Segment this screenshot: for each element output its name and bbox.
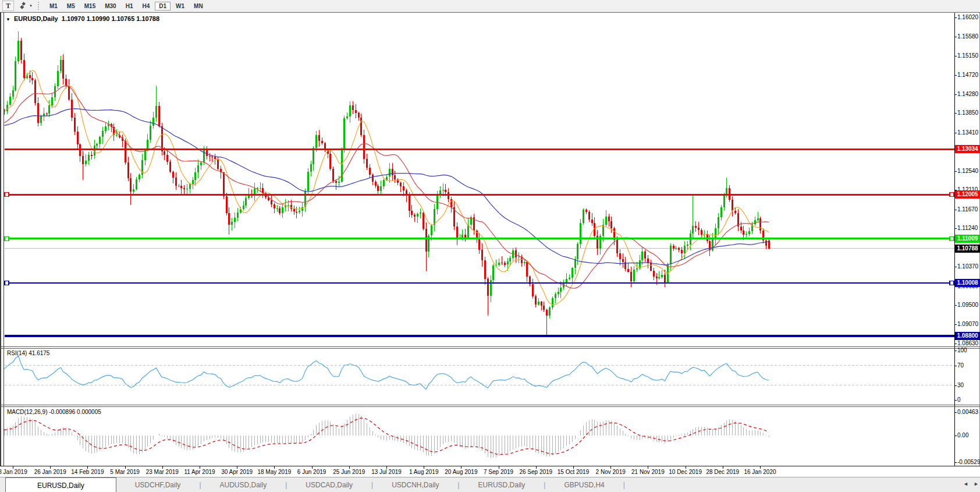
price-level-badge: 1.13034 — [955, 145, 980, 153]
rsi-indicator-label: RSI(14) 41.6175 — [7, 350, 49, 356]
toolbar-drag-handle[interactable] — [38, 2, 39, 10]
ohlc-open: 1.10970 — [62, 15, 85, 22]
timeframe-button-m30[interactable]: M30 — [101, 2, 120, 10]
price-axis-label: 1.11240 — [957, 225, 978, 232]
price-axis-tick — [954, 17, 957, 18]
price-axis-label: 1.11670 — [957, 206, 978, 213]
price-axis-label: 1.13850 — [957, 109, 978, 116]
chart-symbol-header: ▼EURUSD,Daily 1.10970 1.10990 1.10765 1.… — [6, 15, 159, 22]
price-axis-tick — [954, 133, 957, 133]
price-level-badge: 1.11009 — [955, 235, 980, 243]
price-axis-tick — [954, 210, 957, 210]
price-axis-label: 1.09500 — [957, 302, 978, 309]
arrows-tool-icon — [19, 2, 27, 10]
rsi-axis-tick — [954, 400, 957, 401]
timeframe-button-m15[interactable]: M15 — [80, 2, 100, 10]
macd-axis-tick — [954, 462, 957, 463]
rsi-axis-label: 70 — [957, 362, 964, 369]
chart-tab-usdcad-daily[interactable]: USDCAD,Daily — [287, 477, 371, 492]
trading-terminal: { "toolbar": { "text_tool_label": "T", "… — [0, 0, 980, 492]
chart-tab-gbpusd-h4[interactable]: GBPUSD,H4 — [545, 477, 623, 492]
hline-handle[interactable] — [5, 236, 9, 240]
ohlc-low: 1.10765 — [112, 15, 135, 22]
price-axis[interactable]: 1.160201.155801.151501.147201.142801.138… — [955, 13, 980, 466]
price-axis-tick — [954, 94, 957, 95]
tab-scroll-left-icon[interactable]: ◄ — [963, 481, 968, 487]
timeframe-button-m5[interactable]: M5 — [63, 2, 79, 10]
price-axis-tick — [954, 344, 957, 344]
price-axis-tick — [954, 75, 957, 76]
date-axis[interactable]: 8 Jan 201926 Jan 201914 Feb 20195 Mar 20… — [0, 466, 980, 476]
hline-handle[interactable] — [950, 193, 954, 197]
price-axis-tick — [954, 56, 957, 56]
price-axis-label: 1.14280 — [957, 91, 978, 98]
price-axis-tick — [954, 171, 957, 172]
price-level-badge: 1.10788 — [955, 245, 980, 253]
price-axis-label: 1.15150 — [957, 52, 978, 59]
price-axis-tick — [954, 37, 957, 37]
timeframe-button-h4[interactable]: H4 — [138, 2, 154, 10]
hline-handle[interactable] — [950, 281, 954, 285]
chart-tab-usdchf-daily[interactable]: USDCHF,Daily — [116, 477, 200, 492]
symbol-name: EURUSD,Daily — [14, 15, 58, 22]
ohlc-high: 1.10990 — [87, 15, 110, 22]
timeframe-button-m1[interactable]: M1 — [45, 2, 62, 10]
price-axis-label: 1.09070 — [957, 321, 978, 328]
price-axis-tick — [954, 228, 957, 229]
chart-tab-eurusd-daily[interactable]: EURUSD,Daily — [460, 477, 544, 492]
symbol-dropdown-icon[interactable]: ▼ — [6, 17, 10, 22]
rsi-axis-label: 100 — [957, 347, 967, 354]
price-axis-label: 1.13410 — [957, 129, 978, 136]
text-label-tool-button[interactable]: T — [2, 1, 14, 11]
tab-divider: | — [623, 477, 625, 492]
chart-tab-usdcnh-daily[interactable]: USDCNH,Daily — [373, 477, 457, 492]
timeframe-button-d1[interactable]: D1 — [155, 2, 171, 10]
price-axis-tick — [954, 324, 957, 325]
price-axis-tick — [954, 267, 957, 267]
rsi-canvas[interactable] — [4, 349, 954, 405]
rsi-axis-tick — [954, 351, 957, 351]
macd-axis-tick — [954, 436, 957, 436]
price-axis-label: 1.08630 — [957, 340, 978, 347]
chart-tab-bar: EURUSD,DailyUSDCHF,Daily|AUDUSD,Daily|US… — [0, 477, 980, 492]
price-axis-label: 1.15580 — [957, 33, 978, 40]
price-axis-label: 1.16020 — [957, 14, 978, 21]
price-axis-tick — [954, 305, 957, 306]
hline-handle[interactable] — [950, 236, 954, 240]
price-level-badge: 1.08800 — [955, 332, 980, 340]
tab-scroll-arrows: ◄► — [958, 481, 979, 487]
macd-axis-label: 0.00463 — [957, 409, 978, 416]
macd-axis-label: 0.00 — [957, 432, 968, 439]
toolbar: T ▼ M1M5M15M30H1H4D1W1MN — [0, 0, 980, 12]
rsi-axis-tick — [954, 385, 957, 386]
rsi-axis-tick — [954, 366, 957, 366]
timeframe-button-h1[interactable]: H1 — [122, 2, 137, 10]
tab-scroll-right-icon[interactable]: ► — [974, 481, 979, 487]
price-level-badge: 1.10008 — [955, 279, 980, 287]
price-axis-tick — [954, 113, 957, 114]
price-axis-label: 1.12540 — [957, 168, 978, 175]
price-axis-label: 1.10370 — [957, 263, 978, 270]
timeframe-button-mn[interactable]: MN — [190, 2, 207, 10]
macd-indicator-label: MACD(12,26,9) -0.000896 0.000005 — [7, 409, 101, 415]
date-axis-label: 16 Jan 2020 — [737, 469, 783, 475]
rsi-axis-label: 30 — [957, 382, 964, 389]
pane-separator[interactable] — [0, 405, 980, 405]
hline-handle[interactable] — [5, 281, 9, 285]
timeframe-group: M1M5M15M30H1H4D1W1MN — [45, 2, 208, 10]
timeframe-button-w1[interactable]: W1 — [172, 2, 189, 10]
pane-separator[interactable] — [0, 346, 980, 347]
chevron-down-icon: ▼ — [29, 4, 33, 8]
price-axis-label: 1.14720 — [957, 72, 978, 79]
macd-canvas[interactable] — [4, 407, 954, 466]
ohlc-close: 1.10788 — [136, 15, 159, 22]
chart-tab-audusd-daily[interactable]: AUDUSD,Daily — [201, 477, 286, 492]
rsi-axis-label: 0 — [957, 397, 961, 403]
hline-handle[interactable] — [5, 193, 9, 197]
chart-tab-eurusd-daily[interactable]: EURUSD,Daily — [5, 477, 116, 492]
main-chart-canvas[interactable] — [4, 13, 954, 346]
arrows-tool-button[interactable]: ▼ — [19, 1, 33, 10]
price-level-badge: 1.12005 — [955, 190, 980, 199]
macd-axis-tick — [954, 412, 957, 413]
macd-axis-label: -0.005299 — [957, 459, 980, 466]
